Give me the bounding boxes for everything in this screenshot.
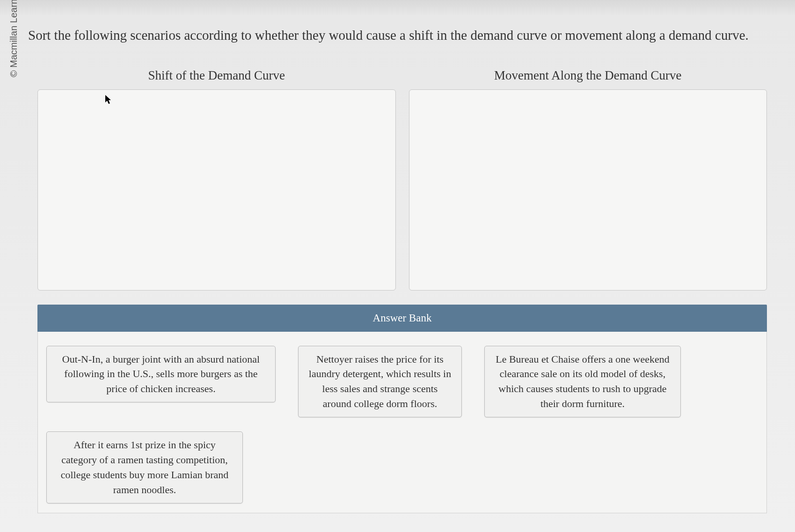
drop-zones-row: Shift of the Demand Curve Movement Along… [28,68,767,291]
drop-zone-left-wrap: Shift of the Demand Curve [37,68,396,291]
answer-bank: Out-N-In, a burger joint with an absurd … [37,332,767,513]
question-text: Sort the following scenarios according t… [28,26,767,45]
answer-bank-header: Answer Bank [37,305,767,332]
copyright-label: © Macmillan Learning [8,0,19,77]
question-content: Sort the following scenarios according t… [28,26,767,513]
answer-item-desks[interactable]: Le Bureau et Chaise offers a one weekend… [484,346,681,418]
answer-item-ramen[interactable]: After it earns 1st prize in the spicy ca… [46,431,243,503]
drop-zone-shift[interactable] [37,89,396,291]
drop-zone-left-title: Shift of the Demand Curve [37,68,396,83]
answer-item-burgers[interactable]: Out-N-In, a burger joint with an absurd … [46,346,276,403]
answer-item-detergent[interactable]: Nettoyer raises the price for its laundr… [298,346,462,418]
drop-zone-right-wrap: Movement Along the Demand Curve [409,68,767,291]
drop-zone-movement[interactable] [409,89,767,291]
drop-zone-right-title: Movement Along the Demand Curve [409,68,767,83]
